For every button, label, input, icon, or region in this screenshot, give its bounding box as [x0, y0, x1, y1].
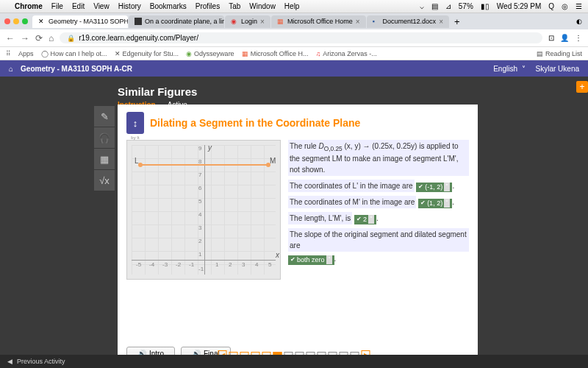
forward-button[interactable]: → [21, 33, 29, 43]
extension-icon[interactable]: ⊡ [548, 34, 554, 42]
menu-bookmarks[interactable]: Bookmarks [150, 2, 187, 10]
language-select[interactable]: English ˅ [493, 65, 525, 73]
close-icon[interactable]: × [356, 18, 360, 26]
course-header: ⌂ Geometry - MA3110 SOPH A-CR English ˅ … [0, 60, 588, 77]
favicon-icon: ◉ [186, 50, 192, 57]
globe-icon: ◯ [41, 50, 49, 57]
favicon-icon: ◉ [231, 18, 238, 25]
menu-help[interactable]: Help [284, 2, 300, 10]
reload-button[interactable]: ⟳ [35, 33, 43, 43]
back-button[interactable]: ← [6, 33, 15, 43]
control-center-icon[interactable]: ☰ [576, 2, 582, 10]
favicon-icon: ▪ [373, 18, 380, 25]
answer-slope[interactable]: both zero˅ [288, 255, 334, 266]
clock[interactable]: Wed 5:29 PM [497, 2, 541, 10]
favicon-icon: ▦ [277, 18, 284, 25]
tab-office[interactable]: ▦Microsoft Office Home× [271, 15, 366, 28]
answer-length[interactable]: 2˅ [354, 215, 376, 225]
home-button[interactable]: ⌂ [49, 33, 54, 43]
menu-edit[interactable]: Edit [72, 2, 85, 10]
reading-list[interactable]: ▤ Reading List [537, 50, 582, 57]
address-bar: ← → ⟳ ⌂ 🔒 r19.core.learn.edgenuity.com/P… [0, 29, 588, 47]
pencil-tool-icon[interactable]: ✎ [94, 106, 115, 127]
macos-menubar: Chrome File Edit View History Bookmarks … [0, 0, 588, 13]
bookmark-item[interactable]: ✕Edgenuity for Stu... [115, 50, 179, 57]
label-l: L [135, 157, 139, 165]
menu-window[interactable]: Window [249, 2, 276, 10]
menu-profiles[interactable]: Profiles [196, 2, 220, 10]
tab-login[interactable]: ◉Login× [225, 15, 270, 28]
url-input[interactable]: 🔒 r19.core.learn.edgenuity.com/Player/ [60, 32, 542, 43]
url-text: r19.core.learn.edgenuity.com/Player/ [79, 34, 198, 42]
chevron-left-icon: ◀ [7, 358, 12, 365]
bookmark-item[interactable]: ◯How can I help ot... [41, 50, 107, 57]
lesson-text: The rule DO,0.25 (x, y) → (0.25x, 0.25y)… [288, 140, 469, 280]
window-min-icon[interactable] [13, 18, 19, 24]
bookmark-item[interactable]: ◉Odysseyware [186, 50, 234, 57]
lesson-content: ↕ Dilating a Segment in the Coordinate P… [118, 105, 478, 368]
add-button[interactable]: + [576, 81, 588, 93]
close-icon[interactable]: × [439, 18, 443, 26]
window-close-icon[interactable] [4, 18, 10, 24]
siri-icon[interactable]: ◎ [562, 2, 568, 10]
close-icon[interactable]: × [260, 18, 265, 26]
tool-column: ✎ 🎧 ▦ √x [94, 106, 115, 191]
app-name[interactable]: Chrome [15, 2, 43, 10]
browser-tabbar: ✕Geometry - MA3110 SOPH A-C× On a coordi… [0, 13, 588, 29]
new-tab-button[interactable]: + [450, 16, 465, 27]
apps-label[interactable]: Apps [18, 50, 34, 57]
answer-l-prime[interactable]: (-1, 2)˅ [416, 183, 452, 193]
spotlight-icon[interactable]: Q [548, 2, 554, 10]
tab-document[interactable]: ▪Document12.docx× [367, 15, 449, 28]
menu-view[interactable]: View [93, 2, 110, 10]
battery-text: 57% [459, 2, 473, 10]
bookmark-item[interactable]: ▦Microsoft Office H... [242, 50, 309, 57]
apps-icon[interactable]: ⠿ [6, 50, 11, 57]
answer-m-prime[interactable]: (1, 2)˅ [418, 199, 452, 209]
prev-activity-bar[interactable]: ◀ Previous Activity [0, 355, 588, 368]
menu-tab[interactable]: Tab [229, 2, 240, 10]
bluetooth-icon[interactable]: ⌵ [420, 2, 424, 10]
wifi-icon[interactable]: ⊿ [445, 2, 451, 10]
menu-file[interactable]: File [51, 2, 63, 10]
user-name[interactable]: Skylar Ukena [536, 65, 579, 73]
incognito-icon[interactable]: ◐ [570, 18, 588, 25]
menu-history[interactable]: History [118, 2, 141, 10]
formula-tool-icon[interactable]: √x [94, 170, 115, 191]
course-title: Geometry - MA3110 SOPH A-CR [21, 65, 132, 73]
segment-lm [140, 164, 268, 166]
main-area: + Similar Figures Instruction Active ✎ 🎧… [0, 77, 588, 368]
home-icon[interactable]: ⌂ [9, 65, 13, 73]
coordinate-graph: L M y x 9 8 7 6 5 4 3 2 1 -1 -5 -4 -3 [126, 140, 281, 280]
bookmark-item[interactable]: ♫Arizona Zervas -... [316, 50, 377, 57]
favicon-icon: ▦ [242, 50, 248, 57]
battery-icon: ▮▯ [481, 2, 490, 10]
flag-icon[interactable]: ▤ [431, 2, 438, 10]
bookmarks-bar: ⠿ Apps ◯How can I help ot... ✕Edgenuity … [0, 47, 588, 60]
favicon-icon: ✕ [115, 50, 121, 57]
page-title: Similar Figures [118, 85, 197, 98]
favicon-icon [135, 18, 142, 25]
calculator-tool-icon[interactable]: ▦ [94, 149, 115, 169]
lock-icon[interactable]: 🔒 [67, 35, 75, 42]
tab-brainly[interactable]: On a coordinate plane, a line is× [129, 15, 224, 28]
lesson-title: Dilating a Segment in the Coordinate Pla… [150, 117, 360, 129]
tab-geometry[interactable]: ✕Geometry - MA3110 SOPH A-C× [32, 15, 128, 28]
label-m: M [270, 157, 276, 165]
lesson-icon: ↕ [126, 112, 144, 134]
favicon-icon: ✕ [38, 18, 46, 25]
menu-icon[interactable]: ⋮ [575, 34, 582, 42]
window-max-icon[interactable] [22, 18, 28, 24]
profile-icon[interactable]: 👤 [560, 34, 569, 42]
favicon-icon: ♫ [316, 50, 321, 57]
audio-tool-icon[interactable]: 🎧 [94, 127, 115, 148]
